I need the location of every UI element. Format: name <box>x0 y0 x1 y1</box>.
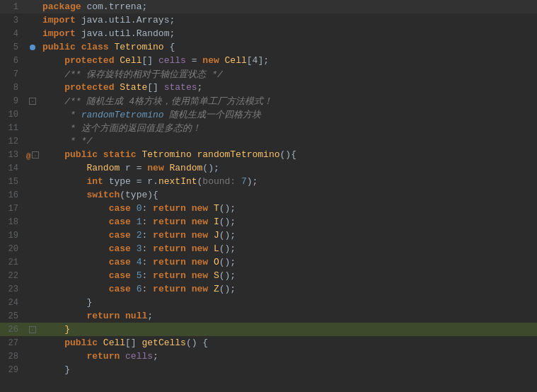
line-num-9: 9 <box>0 96 25 106</box>
line-num-15: 15 <box>0 177 25 187</box>
line-num-16: 16 <box>0 190 25 200</box>
line-content-20: case 3: return new L(); <box>40 243 537 254</box>
code-editor: 1 package com.trrena; 3 import java.util… <box>0 0 537 392</box>
line-num-19: 19 <box>0 231 25 241</box>
line-num-27: 27 <box>0 338 25 348</box>
code-area[interactable]: 1 package com.trrena; 3 import java.util… <box>0 0 537 392</box>
line-content-13: public static Tetromino randomTetromino(… <box>40 149 537 160</box>
line-num-13: 13 <box>0 150 25 160</box>
line-content-7: /** 保存旋转的相对于轴位置状态 */ <box>40 68 537 81</box>
gutter-5 <box>25 45 40 50</box>
line-content-25: return null; <box>40 311 537 321</box>
line-content-23: case 6: return new Z(); <box>40 284 537 294</box>
line-content-3: import java.util.Arrays; <box>40 15 537 25</box>
gutter-9: - <box>25 98 40 105</box>
code-line-28: 28 return cells; <box>0 350 537 363</box>
line-content-28: return cells; <box>40 351 537 362</box>
line-content-18: case 1: return new I(); <box>40 217 537 227</box>
line-content-14: Random r = new Random(); <box>40 163 537 173</box>
at-icon-13: @ <box>26 152 32 158</box>
code-line-14: 14 Random r = new Random(); <box>0 161 537 175</box>
line-content-12: * */ <box>40 136 537 146</box>
line-num-17: 17 <box>0 204 25 214</box>
code-line-6: 6 protected Cell[] cells = new Cell[4]; <box>0 54 537 67</box>
gutter-26: - <box>25 326 40 333</box>
line-content-16: switch(type){ <box>40 190 537 200</box>
code-line-17: 17 case 0: return new T(); <box>0 202 537 215</box>
code-line-26: 26 - } <box>0 323 537 336</box>
code-line-5: 5 public class Tetromino { <box>0 40 537 54</box>
code-line-25: 25 return null; <box>0 309 537 323</box>
code-line-13: 13 @ - public static Tetromino randomTet… <box>0 148 537 161</box>
line-content-6: protected Cell[] cells = new Cell[4]; <box>40 55 537 66</box>
line-content-26: } <box>40 324 537 335</box>
line-content-10: * randomTetromino 随机生成一个四格方块 <box>40 108 537 121</box>
line-content-21: case 4: return new O(); <box>40 257 537 267</box>
code-line-7: 7 /** 保存旋转的相对于轴位置状态 */ <box>0 67 537 81</box>
line-num-18: 18 <box>0 217 25 227</box>
line-content-17: case 0: return new T(); <box>40 203 537 214</box>
line-content-27: public Cell[] getCells() { <box>40 338 537 348</box>
line-num-3: 3 <box>0 16 25 25</box>
code-line-19: 19 case 2: return new J(); <box>0 229 537 242</box>
code-line-12: 12 * */ <box>0 134 537 148</box>
line-num-4: 4 <box>0 29 25 39</box>
code-line-20: 20 case 3: return new L(); <box>0 242 537 255</box>
code-line-10: 10 * randomTetromino 随机生成一个四格方块 <box>0 108 537 121</box>
line-content-8: protected State[] states; <box>40 82 537 93</box>
line-content-9: /** 随机生成 4格方块，使用简单工厂方法模式！ <box>40 95 537 108</box>
line-num-1: 1 <box>0 2 25 12</box>
code-line-27: 27 public Cell[] getCells() { <box>0 336 537 350</box>
line-content-29: } <box>40 364 537 375</box>
line-num-14: 14 <box>0 163 25 173</box>
line-content-11: * 这个方面的返回值是多态的！ <box>40 122 537 134</box>
line-num-8: 8 <box>0 83 25 93</box>
line-num-22: 22 <box>0 271 25 281</box>
code-line-8: 8 protected State[] states; <box>0 81 537 94</box>
line-content-5: public class Tetromino { <box>40 42 537 52</box>
line-num-29: 29 <box>0 365 25 375</box>
code-line-15: 15 int type = r.nextInt(bound: 7); <box>0 175 537 188</box>
line-num-7: 7 <box>0 69 25 79</box>
code-line-21: 21 case 4: return new O(); <box>0 255 537 269</box>
line-num-25: 25 <box>0 311 25 321</box>
breakpoint-dot-5[interactable] <box>30 45 35 50</box>
line-num-24: 24 <box>0 298 25 308</box>
line-num-28: 28 <box>0 352 25 362</box>
line-num-5: 5 <box>0 42 25 52</box>
code-line-4: 4 import java.util.Random; <box>0 27 537 40</box>
code-line-18: 18 case 1: return new I(); <box>0 215 537 229</box>
line-num-10: 10 <box>0 110 25 120</box>
line-num-21: 21 <box>0 258 25 267</box>
line-content-22: case 5: return new S(); <box>40 270 537 281</box>
line-content-19: case 2: return new J(); <box>40 230 537 241</box>
line-num-11: 11 <box>0 123 25 133</box>
code-line-23: 23 case 6: return new Z(); <box>0 282 537 296</box>
code-line-1: 1 package com.trrena; <box>0 0 537 13</box>
fold-icon-9[interactable]: - <box>29 98 36 105</box>
code-line-9: 9 - /** 随机生成 4格方块，使用简单工厂方法模式！ <box>0 94 537 108</box>
code-line-24: 24 } <box>0 296 537 309</box>
line-content-15: int type = r.nextInt(bound: 7); <box>40 176 537 187</box>
gutter-13: @ - <box>25 151 40 158</box>
line-num-12: 12 <box>0 137 25 146</box>
line-content-1: package com.trrena; <box>40 1 537 12</box>
code-line-16: 16 switch(type){ <box>0 188 537 202</box>
code-line-3: 3 import java.util.Arrays; <box>0 13 537 27</box>
line-num-26: 26 <box>0 325 25 335</box>
fold-icon-26[interactable]: - <box>29 326 36 333</box>
line-num-23: 23 <box>0 284 25 294</box>
line-num-6: 6 <box>0 56 25 66</box>
fold-icon-13[interactable]: - <box>32 151 39 158</box>
code-line-11: 11 * 这个方面的返回值是多态的！ <box>0 121 537 134</box>
code-line-29: 29 } <box>0 363 537 376</box>
line-content-4: import java.util.Random; <box>40 28 537 39</box>
code-line-22: 22 case 5: return new S(); <box>0 269 537 282</box>
line-content-24: } <box>40 297 537 308</box>
line-num-20: 20 <box>0 244 25 254</box>
